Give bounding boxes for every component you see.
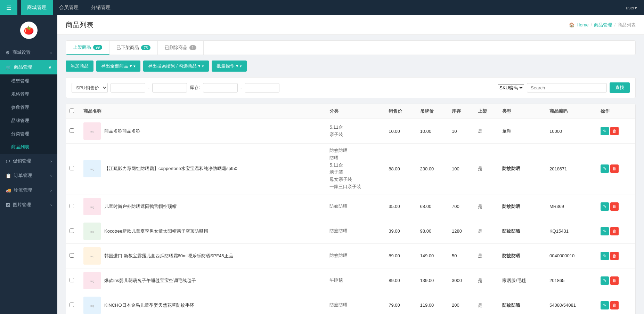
tab-deleted[interactable]: 已删除商品 1 [158, 41, 204, 55]
row-checkbox-0[interactable] [70, 128, 74, 133]
sidebar-item-promotion-mgmt[interactable]: 🏷 促销管理 › [0, 154, 57, 168]
sidebar-item-param-mgmt[interactable]: 参数管理 [0, 101, 57, 114]
product-actions-2: ✎ 🗑 [597, 194, 635, 219]
page-header: 商品列表 🏠 Home / 商品管理 / 商品列表 [57, 15, 644, 35]
edit-button-2[interactable]: ✎ [601, 202, 609, 211]
sidebar-item-shop-settings[interactable]: ⚙ 商城设置 › [0, 45, 57, 60]
product-tag-price-3: 98.00 [417, 219, 448, 243]
row-checkbox-5[interactable] [70, 278, 74, 282]
row-checkbox-2[interactable] [70, 204, 74, 208]
product-on-sale-6: 是 [474, 293, 499, 314]
sidebar-item-product-list[interactable]: 商品列表 [0, 140, 57, 154]
product-code-2: MR369 [546, 194, 597, 219]
edit-button-6[interactable]: ✎ [601, 301, 609, 309]
product-name-text-0: 商品名称商品名称 [104, 128, 140, 134]
row-checkbox-3[interactable] [70, 228, 74, 233]
search-input[interactable] [527, 83, 607, 92]
menu-toggle-button[interactable]: ☰ [0, 0, 17, 15]
delete-button-0[interactable]: 🗑 [610, 127, 619, 135]
edit-button-3[interactable]: ✎ [601, 227, 609, 235]
select-all-checkbox[interactable] [70, 108, 74, 113]
sidebar-item-category-mgmt[interactable]: 分类管理 [0, 127, 57, 140]
breadcrumb-current: 商品列表 [618, 22, 636, 28]
export-search-button[interactable]: 导出搜索结果 / 勾选商品 ▾ [143, 61, 209, 72]
delete-button-2[interactable]: 🗑 [610, 202, 619, 211]
edit-button-0[interactable]: ✎ [601, 127, 609, 135]
sku-code-select-wrap: SKU编码 商品编码 [498, 84, 524, 91]
tab-on-sale[interactable]: 上架商品 99 [66, 41, 109, 55]
tab-off-sale[interactable]: 已下架商品 75 [109, 41, 157, 55]
sidebar-item-image-mgmt[interactable]: 🖼 图片管理 › [0, 198, 57, 212]
product-name-text-5: 爆款ins婴儿萌萌兔子午睡毯宝宝空调毛线毯子 [104, 277, 196, 284]
product-stock-3: 1280 [448, 219, 474, 243]
product-code-1: 2018671 [546, 144, 597, 194]
delete-button-4[interactable]: 🗑 [610, 252, 619, 260]
product-category-5: 午睡毯 [326, 268, 385, 293]
batch-operation-button[interactable]: 批量操作 ▾ [212, 61, 247, 72]
col-header-action: 操作 [597, 104, 635, 119]
delete-button-6[interactable]: 🗑 [610, 301, 619, 309]
product-category-6: 防蚊防晒 [326, 293, 385, 314]
product-stock-6: 200 [448, 293, 474, 314]
row-checkbox-6[interactable] [70, 303, 74, 307]
product-type-6: 防蚊防晒 [499, 293, 546, 314]
price-type-select-wrap: SPU销售价 SKU销售价 [72, 83, 108, 93]
promotion-icon: 🏷 [6, 159, 10, 164]
product-name-text-6: KINCHO日本金鸟儿童孕婴天然花草防蚊手环 [104, 302, 194, 308]
product-tag-price-1: 230.00 [417, 144, 448, 194]
edit-button-1[interactable]: ✎ [601, 164, 609, 173]
product-type-5: 家居服/毛毯 [499, 268, 546, 293]
delete-button-3[interactable]: 🗑 [610, 227, 619, 235]
product-on-sale-5: 是 [474, 268, 499, 293]
svg-text:img: img [90, 255, 95, 258]
add-product-button[interactable]: 添加商品 [66, 61, 93, 72]
delete-button-1[interactable]: 🗑 [610, 164, 619, 173]
top-nav-tab-distribution[interactable]: 分销管理 [85, 0, 117, 15]
user-menu[interactable]: user▾ [619, 5, 644, 10]
sidebar-item-logistics-mgmt[interactable]: 🚚 物流管理 › [0, 183, 57, 198]
stock-max-input[interactable] [245, 83, 279, 92]
sidebar-item-order-mgmt[interactable]: 📋 订单管理 › [0, 168, 57, 183]
sku-code-select[interactable]: SKU编码 商品编码 [498, 84, 524, 91]
logistics-icon: 🚚 [6, 188, 11, 193]
sidebar-item-brand-mgmt[interactable]: 品牌管理 [0, 114, 57, 127]
row-checkbox-1[interactable] [70, 166, 74, 170]
product-on-sale-4: 是 [474, 243, 499, 268]
export-all-button[interactable]: 导出全部商品 ▾ [96, 61, 140, 72]
hamburger-icon: ☰ [6, 5, 11, 11]
page-title: 商品列表 [66, 20, 93, 30]
layout: 🍅 ⚙ 商城设置 › 🛒 商品管理 ∨ 模型管理 规格管理 参数管理 品牌管理 … [0, 15, 644, 314]
top-nav-tab-member[interactable]: 会员管理 [53, 0, 85, 15]
row-checkbox-4[interactable] [70, 253, 74, 258]
product-on-sale-0: 是 [474, 119, 499, 144]
product-category-2: 防蚊防晒 [326, 194, 385, 219]
price-min-input[interactable] [111, 83, 145, 92]
sidebar-item-model-mgmt[interactable]: 模型管理 [0, 74, 57, 88]
svg-text:img: img [90, 280, 95, 283]
chevron-right-icon-5: › [50, 202, 52, 208]
product-image-6: img [83, 297, 101, 314]
delete-button-5[interactable]: 🗑 [610, 276, 619, 285]
edit-button-4[interactable]: ✎ [601, 252, 609, 260]
edit-button-5[interactable]: ✎ [601, 276, 609, 285]
product-stock-0: 10 [448, 119, 474, 144]
chevron-down-icon: ∨ [48, 65, 52, 70]
search-button[interactable]: 查找 [610, 82, 630, 93]
product-code-0: 10000 [546, 119, 597, 144]
product-actions-3: ✎ 🗑 [597, 219, 635, 243]
table-row: img 商品名称商品名称 5.11企亲子装 10.00 10.00 10 是 童… [66, 119, 635, 144]
stock-min-input[interactable] [203, 83, 238, 92]
price-type-select[interactable]: SPU销售价 SKU销售价 [72, 83, 108, 93]
top-nav-tab-shop[interactable]: 商城管理 [21, 0, 53, 15]
tab-badge-on-sale: 99 [93, 45, 102, 50]
product-image-3: img [83, 223, 101, 240]
sidebar-item-product-mgmt[interactable]: 🛒 商品管理 ∨ [0, 60, 57, 74]
product-category-1: 防蚊防晒防晒5.11企亲子装母女亲子装一家三口亲子装 [326, 144, 385, 194]
image-icon: 🖼 [6, 202, 10, 208]
svg-text:img: img [90, 230, 95, 233]
product-name-text-4: 韩国进口 新教宝露露儿童西瓜防晒霜60ml嗯乐乐防晒SPF45正品 [104, 253, 233, 259]
sidebar-item-spec-mgmt[interactable]: 规格管理 [0, 88, 57, 101]
breadcrumb-home[interactable]: Home [577, 22, 589, 27]
price-max-input[interactable] [152, 83, 187, 92]
breadcrumb-product-mgmt[interactable]: 商品管理 [594, 22, 612, 28]
